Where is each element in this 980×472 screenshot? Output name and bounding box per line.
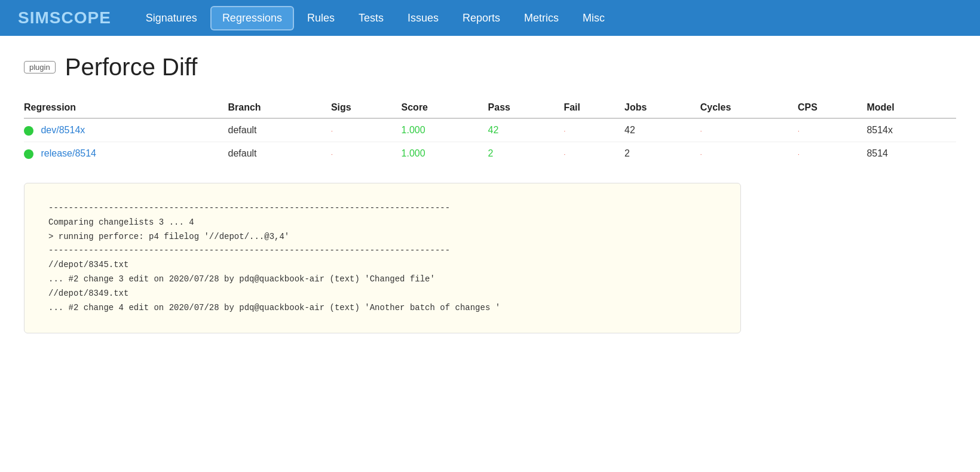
code-output-box: ----------------------------------------… — [24, 183, 741, 333]
cell-model-1: 8514x — [866, 118, 956, 142]
nav-regressions[interactable]: Regressions — [210, 6, 294, 30]
col-model: Model — [866, 99, 956, 118]
code-line-8: ... #2 change 4 edit on 2020/07/28 by pd… — [48, 301, 716, 315]
nav-reports[interactable]: Reports — [452, 7, 511, 29]
pass-value-1: 42 — [488, 125, 499, 135]
score-value-2: 1.000 — [402, 148, 425, 158]
sigs-dot-2: · — [331, 151, 333, 158]
app-logo: SIMSCOPE — [18, 8, 111, 27]
cell-fail-1: · — [564, 118, 624, 142]
cell-score-2: 1.000 — [402, 142, 488, 165]
cps-dot-1: · — [798, 128, 800, 134]
pass-value-2: 2 — [488, 148, 494, 158]
sigs-dot-1: · — [331, 128, 333, 134]
code-line-0: ----------------------------------------… — [48, 201, 716, 216]
cell-cps-1: · — [798, 118, 866, 142]
plugin-badge: plugin — [24, 61, 56, 73]
col-fail: Fail — [564, 99, 624, 118]
regression-table: Regression Branch Sigs Score Pass Fail J… — [24, 99, 956, 165]
nav-signatures[interactable]: Signatures — [135, 7, 208, 29]
score-value-1: 1.000 — [402, 125, 425, 135]
nav-metrics[interactable]: Metrics — [513, 7, 569, 29]
fail-dot-2: · — [564, 151, 565, 158]
cell-jobs-1: 42 — [624, 118, 700, 142]
cell-pass-1: 42 — [488, 118, 564, 142]
regression-link-2[interactable]: release/8514 — [41, 148, 96, 158]
code-line-5: //depot/8345.txt — [48, 258, 716, 272]
nav-tests[interactable]: Tests — [348, 7, 394, 29]
code-line-7: //depot/8349.txt — [48, 287, 716, 301]
code-line-1: Comparing changelists 3 ... 4 — [48, 216, 716, 230]
cell-score-1: 1.000 — [402, 118, 488, 142]
nav-misc[interactable]: Misc — [572, 7, 615, 29]
cell-cycles-2: · — [700, 142, 798, 165]
code-line-2: > running perforce: p4 filelog '//depot/… — [48, 230, 716, 244]
cell-branch-2: default — [228, 142, 331, 165]
nav-issues[interactable]: Issues — [397, 7, 449, 29]
status-dot-green-2 — [24, 149, 33, 159]
cell-regression-1: dev/8514x — [24, 118, 228, 142]
cell-regression-2: release/8514 — [24, 142, 228, 165]
col-jobs: Jobs — [624, 99, 700, 118]
regression-link-1[interactable]: dev/8514x — [41, 125, 85, 135]
cycles-dot-2: · — [700, 151, 702, 158]
main-nav: Signatures Regressions Rules Tests Issue… — [135, 6, 615, 30]
col-cycles: Cycles — [700, 99, 798, 118]
col-sigs: Sigs — [331, 99, 402, 118]
cell-sigs-1: · — [331, 118, 402, 142]
cycles-dot-1: · — [700, 128, 702, 134]
cell-sigs-2: · — [331, 142, 402, 165]
logo-scope: SCOPE — [50, 8, 111, 27]
col-branch: Branch — [228, 99, 331, 118]
col-score: Score — [402, 99, 488, 118]
table-header-row: Regression Branch Sigs Score Pass Fail J… — [24, 99, 956, 118]
cell-cycles-1: · — [700, 118, 798, 142]
nav-rules[interactable]: Rules — [296, 7, 345, 29]
cps-dot-2: · — [798, 151, 800, 158]
main-content: plugin Perforce Diff Regression Branch S… — [0, 36, 980, 351]
cell-cps-2: · — [798, 142, 866, 165]
table-row: release/8514 default · 1.000 2 · 2 · · 8… — [24, 142, 956, 165]
code-line-6: ... #2 change 3 edit on 2020/07/28 by pd… — [48, 272, 716, 287]
col-pass: Pass — [488, 99, 564, 118]
cell-branch-1: default — [228, 118, 331, 142]
logo-sim: SIM — [18, 8, 50, 27]
cell-pass-2: 2 — [488, 142, 564, 165]
cell-fail-2: · — [564, 142, 624, 165]
cell-model-2: 8514 — [866, 142, 956, 165]
col-regression: Regression — [24, 99, 228, 118]
status-dot-green — [24, 126, 33, 136]
code-line-3: ----------------------------------------… — [48, 244, 716, 258]
app-header: SIMSCOPE Signatures Regressions Rules Te… — [0, 0, 980, 36]
page-title-row: plugin Perforce Diff — [24, 54, 956, 81]
col-cps: CPS — [798, 99, 866, 118]
table-row: dev/8514x default · 1.000 42 · 42 · · 85… — [24, 118, 956, 142]
page-title: Perforce Diff — [65, 54, 198, 81]
cell-jobs-2: 2 — [624, 142, 700, 165]
fail-dot-1: · — [564, 128, 565, 134]
